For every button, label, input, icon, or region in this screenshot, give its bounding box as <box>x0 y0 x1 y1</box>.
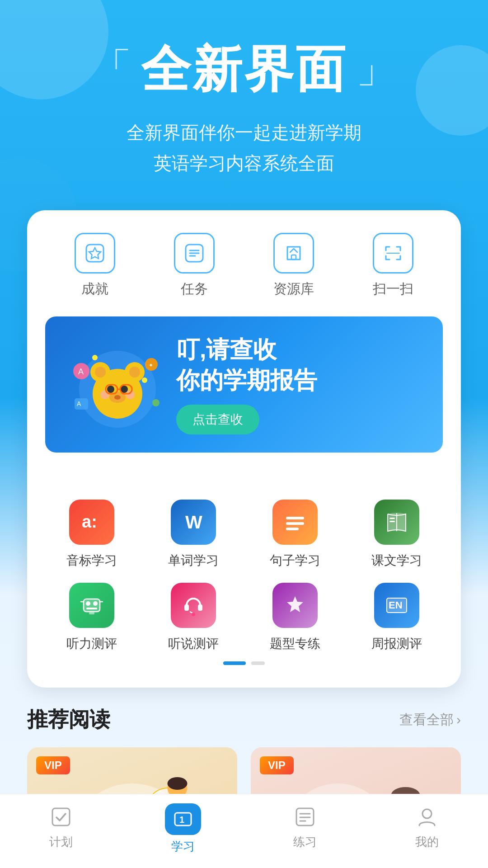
app-words[interactable]: W 单词学习 <box>147 500 239 569</box>
banner-title: 叮,请查收 你的学期报告 <box>176 335 420 396</box>
hero-section: 「 全新界面 」 全新界面伴你一起走进新学期 英语学习内容系统全面 <box>0 0 488 201</box>
nav-study[interactable]: 1 学习 <box>138 803 228 854</box>
svg-rect-38 <box>389 521 395 522</box>
svg-text:1: 1 <box>179 815 184 825</box>
phonics-icon: a: <box>69 500 114 545</box>
svg-text:A: A <box>77 400 81 407</box>
practice-nav-icon <box>291 803 319 830</box>
quick-action-resources[interactable]: 资源库 <box>273 233 314 298</box>
svg-rect-42 <box>86 608 97 609</box>
svg-point-16 <box>114 395 121 400</box>
listening-icon <box>69 583 114 628</box>
hero-title: 全新界面 <box>141 36 347 104</box>
resources-icon <box>273 233 314 274</box>
exercises-icon <box>272 583 318 628</box>
svg-rect-46 <box>184 604 189 611</box>
words-label: 单词学习 <box>168 552 219 569</box>
svg-point-17 <box>100 390 109 399</box>
scan-icon <box>373 233 413 274</box>
svg-rect-99 <box>52 808 70 826</box>
svg-point-18 <box>126 390 135 399</box>
dot-2 <box>230 475 236 481</box>
banner-dots <box>45 475 443 481</box>
tasks-label: 任务 <box>181 280 208 298</box>
promo-banner[interactable]: A ✦ A 叮,请查收 你的学期报告 点击查收 <box>45 316 443 453</box>
achievements-label: 成就 <box>81 280 108 298</box>
weekly-label: 周报测评 <box>371 635 422 652</box>
banner-text-content: 叮,请查收 你的学期报告 点击查收 <box>167 335 420 434</box>
section-title: 推荐阅读 <box>27 706 110 734</box>
sentences-label: 句子学习 <box>270 552 320 569</box>
svg-rect-47 <box>198 604 202 611</box>
svg-text:✦: ✦ <box>149 362 153 368</box>
svg-text:EN: EN <box>389 599 403 611</box>
hero-title-box: 「 全新界面 」 <box>91 36 397 104</box>
dot-5 <box>263 475 269 481</box>
dot-1 <box>219 475 225 481</box>
svg-point-29 <box>142 377 147 383</box>
svg-rect-39 <box>84 599 100 612</box>
listening-label: 听力测评 <box>66 635 117 652</box>
svg-text:a:: a: <box>82 512 97 531</box>
speaklisten-icon <box>171 583 216 628</box>
hero-subtitle: 全新界面伴你一起走进新学期 英语学习内容系统全面 <box>127 117 361 179</box>
hero-subtitle-line1: 全新界面伴你一起走进新学期 <box>127 117 361 148</box>
app-textbook[interactable]: 课文学习 <box>350 500 443 569</box>
app-sentences[interactable]: 句子学习 <box>249 500 341 569</box>
quick-action-scan[interactable]: 扫一扫 <box>373 233 413 298</box>
grid-dot-1 <box>223 661 246 665</box>
app-phonics[interactable]: a: 音标学习 <box>45 500 138 569</box>
svg-point-28 <box>92 355 98 360</box>
chevron-right-icon: › <box>456 712 461 727</box>
svg-rect-45 <box>89 612 94 614</box>
svg-rect-37 <box>389 518 395 519</box>
app-speaklisten[interactable]: 听说测评 <box>147 583 239 652</box>
plan-nav-icon <box>47 803 75 830</box>
textbook-label: 课文学习 <box>371 552 422 569</box>
app-listening[interactable]: 听力测评 <box>45 583 138 652</box>
view-all-button[interactable]: 查看全部 › <box>399 711 461 729</box>
bracket-left-icon: 「 <box>91 47 132 88</box>
nav-plan[interactable]: 计划 <box>16 803 106 854</box>
phonics-label: 音标学习 <box>66 552 117 569</box>
svg-point-72 <box>168 777 188 790</box>
nav-practice[interactable]: 练习 <box>260 803 350 854</box>
achievements-icon <box>75 233 115 274</box>
svg-point-30 <box>152 399 160 406</box>
svg-point-40 <box>86 601 90 606</box>
grid-dot-2 <box>251 661 265 665</box>
svg-text:A: A <box>78 367 84 376</box>
dot-3 <box>241 475 247 481</box>
svg-point-12 <box>129 367 140 377</box>
banner-cta-button[interactable]: 点击查收 <box>176 405 259 434</box>
scan-label: 扫一扫 <box>373 280 413 298</box>
grid-page-indicator <box>45 661 443 665</box>
svg-point-41 <box>93 601 98 606</box>
weekly-icon: EN <box>374 583 419 628</box>
study-nav-label: 学习 <box>171 839 195 854</box>
quick-action-tasks[interactable]: 任务 <box>174 233 215 298</box>
exercises-label: 题型专练 <box>270 635 320 652</box>
quick-action-achievements[interactable]: 成就 <box>75 233 115 298</box>
quick-actions-row: 成就 任务 <box>45 233 443 298</box>
svg-rect-35 <box>286 528 299 530</box>
svg-point-11 <box>95 367 106 377</box>
study-nav-icon: 1 <box>165 803 201 835</box>
svg-rect-34 <box>286 522 304 525</box>
mine-nav-label: 我的 <box>415 834 439 850</box>
svg-point-106 <box>422 809 432 818</box>
resources-label: 资源库 <box>273 280 314 298</box>
nav-mine[interactable]: 我的 <box>382 803 472 854</box>
app-exercises[interactable]: 题型专练 <box>249 583 341 652</box>
app-weekly[interactable]: EN 周报测评 <box>350 583 443 652</box>
svg-text:W: W <box>185 512 202 532</box>
section-header: 推荐阅读 查看全部 › <box>27 706 461 734</box>
plan-nav-label: 计划 <box>49 834 73 850</box>
sentences-icon <box>272 500 318 545</box>
hero-subtitle-line2: 英语学习内容系统全面 <box>127 148 361 179</box>
svg-rect-33 <box>286 517 304 519</box>
bracket-right-icon: 」 <box>356 47 397 88</box>
dot-4 <box>252 475 258 481</box>
svg-point-49 <box>192 613 195 616</box>
app-grid: a: 音标学习 W 单词学习 <box>45 500 443 652</box>
